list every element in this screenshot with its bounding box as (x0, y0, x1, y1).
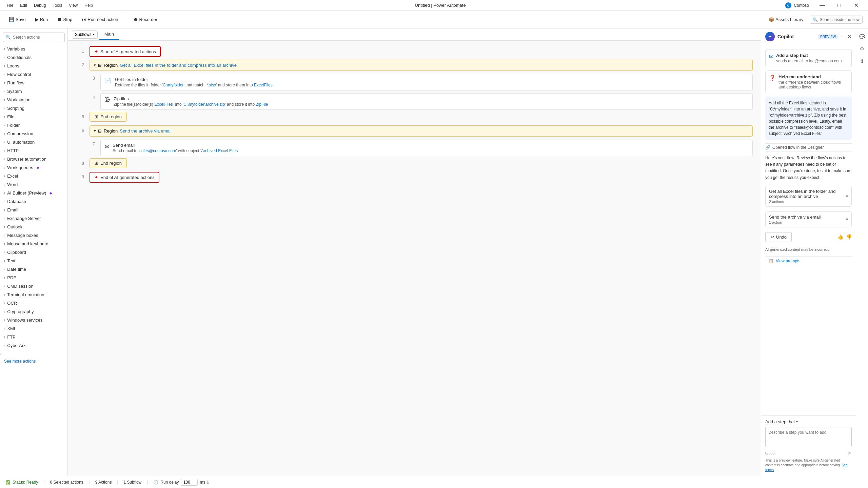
sidebar-item-variables[interactable]: › Variables (0, 45, 67, 53)
region-excel-header[interactable]: ▾ ⊞ Region Get all Excel files in the fo… (90, 60, 753, 71)
flow-section-excel[interactable]: Get all Excel files in the folder and co… (765, 186, 852, 207)
send-email-content: Send email Send email to 'sales@contoso.… (113, 143, 748, 153)
sidebar-item-date-time[interactable]: › Date time (0, 265, 67, 273)
search-icon: 🔍 (813, 17, 818, 22)
sidebar-item-ai-builder[interactable]: › AI Builder (Preview) ◆ (0, 189, 67, 197)
zip-files-action[interactable]: 🗜 Zip files Zip the file(s)/folder(s) Ex… (100, 93, 753, 110)
sidebar-item-message-boxes[interactable]: › Message boxes (0, 231, 67, 240)
sidebar-item-cryptography[interactable]: › Cryptography (0, 307, 67, 316)
sidebar-item-compression[interactable]: › Compression (0, 129, 67, 138)
main-tab[interactable]: Main (99, 29, 119, 40)
sidebar-item-loops[interactable]: › Loops (0, 62, 67, 70)
sidebar-item-xml[interactable]: › XML (0, 324, 67, 333)
sidebar-item-folder[interactable]: › Folder (0, 121, 67, 129)
sidebar-item-outlook[interactable]: › Outlook (0, 223, 67, 231)
copilot-close-button[interactable]: ✕ (847, 34, 852, 40)
maximize-button[interactable]: □ (831, 0, 847, 11)
sidebar-item-mouse-keyboard[interactable]: › Mouse and keyboard (0, 240, 67, 248)
status-bar: ✅ Status: Ready | 0 Selected actions | 9… (0, 476, 868, 488)
add-step-chevron-icon: ▾ (796, 420, 798, 424)
sidebar-item-excel[interactable]: › Excel (0, 172, 67, 180)
row-number-4: 4 (87, 93, 95, 100)
menu-help[interactable]: Help (82, 2, 96, 8)
sidebar-item-windows-services[interactable]: › Windows services (0, 316, 67, 324)
sidebar-item-pdf[interactable]: › PDF (0, 273, 67, 282)
menu-tools[interactable]: Tools (50, 2, 65, 8)
minimize-button[interactable]: — (814, 0, 830, 11)
recorder-button[interactable]: ⏺ Recorder (130, 15, 161, 24)
region-icon-email: ⊞ (98, 128, 102, 134)
var-excel-files: ExcelFiles (254, 83, 273, 87)
suggestion-add-step[interactable]: ✉ Add a step that sends an email to lee@… (765, 49, 852, 67)
sidebar-item-ftp[interactable]: › FTP (0, 333, 67, 341)
textarea-footer: 0/500 ➤ (765, 450, 852, 456)
email-icon: ✉ (105, 143, 109, 150)
add-step-dropdown[interactable]: Add a step that ▾ (765, 419, 852, 424)
ai-start-icon: ✦ (94, 49, 98, 54)
sidebar-item-run-flow[interactable]: › Run flow (0, 79, 67, 87)
sidebar-item-ui-automation[interactable]: › UI automation (0, 138, 67, 146)
sidebar-item-email[interactable]: › Email (0, 206, 67, 214)
search-actions-input[interactable] (13, 35, 64, 40)
copilot-more-button[interactable]: ··· (841, 34, 845, 39)
region-email-header[interactable]: ▾ ⊞ Region Send the archive via email (90, 125, 753, 137)
sidebar-item-cmd[interactable]: › CMD session (0, 282, 67, 290)
sidebar-search-box[interactable]: 🔍 (3, 33, 65, 42)
premium-icon: ◆ (37, 166, 39, 169)
copilot-describe-input[interactable] (765, 427, 852, 447)
assets-library-button[interactable]: 📦 Assets Library (765, 15, 807, 24)
assets-label: Assets Library (775, 17, 803, 22)
sidebar-item-browser-automation[interactable]: › Browser automation (0, 155, 67, 163)
delay-value-input[interactable] (181, 479, 198, 486)
flow-section-email-info: Send the archive via email 1 action (769, 215, 821, 224)
menu-file[interactable]: File (4, 2, 16, 8)
undo-button[interactable]: ↩ Undo (765, 232, 792, 242)
subflows-button[interactable]: Subflows ▾ (72, 30, 98, 39)
sidebar-item-workstation[interactable]: › Workstation (0, 96, 67, 104)
sidebar-item-ocr[interactable]: › OCR (0, 299, 67, 307)
send-email-action[interactable]: ✉ Send email Send email to 'sales@contos… (100, 140, 753, 156)
sidebar-item-label: FTP (7, 334, 16, 340)
side-icon-chat[interactable]: 💬 (857, 31, 868, 42)
menu-debug[interactable]: Debug (31, 2, 48, 8)
sidebar-item-http[interactable]: › HTTP (0, 146, 67, 155)
chevron-icon: › (4, 115, 5, 119)
sidebar-item-exchange-server[interactable]: › Exchange Server (0, 214, 67, 223)
next-action-button[interactable]: ⏭ Run next action (78, 15, 121, 24)
run-button[interactable]: ▶ Run (32, 15, 52, 24)
menu-edit[interactable]: Edit (17, 2, 30, 8)
suggestion-help-understand[interactable]: ❓ Help me understand the difference betw… (765, 70, 852, 93)
thumbs-down-icon[interactable]: 👎 (846, 234, 852, 240)
sidebar-item-conditionals[interactable]: › Conditionals (0, 53, 67, 62)
stop-button[interactable]: ⏹ Stop (54, 15, 76, 24)
save-icon: 💾 (9, 17, 14, 22)
save-button[interactable]: 💾 Save (5, 15, 29, 24)
menu-view[interactable]: View (66, 2, 80, 8)
sidebar-item-scripting[interactable]: › Scripting (0, 104, 67, 113)
sidebar-item-flow-control[interactable]: › Flow control (0, 70, 67, 79)
side-icon-settings[interactable]: ⚙ (857, 43, 868, 54)
stop-icon: ⏹ (58, 17, 62, 22)
send-button[interactable]: ➤ (847, 450, 852, 456)
sidebar-item-terminal[interactable]: › Terminal emulation (0, 290, 67, 299)
flow-opened-icon: 🔗 (765, 145, 770, 150)
suggestion-help-desc: the difference between cloud flows and d… (778, 80, 848, 89)
sidebar-item-cyberark[interactable]: › CyberArk (0, 341, 67, 350)
sidebar-item-system[interactable]: › System (0, 87, 67, 96)
close-button[interactable]: ✕ (848, 0, 864, 11)
sidebar-item-database[interactable]: › Database (0, 197, 67, 206)
see-more-actions-link[interactable]: See more actions (0, 358, 67, 365)
sidebar-item-work-queues[interactable]: › Work queues ◆ (0, 163, 67, 172)
sidebar-item-text[interactable]: › Text (0, 257, 67, 265)
flow-section-email[interactable]: Send the archive via email 1 action ▾ (765, 211, 852, 227)
sidebar-item-file[interactable]: › File (0, 113, 67, 121)
view-prompts-button[interactable]: 📋 View prompts (765, 256, 852, 265)
region-label-email: Region (104, 128, 118, 134)
thumbs-up-icon[interactable]: 👍 (837, 234, 843, 240)
next-action-label: Run next action (87, 17, 118, 22)
get-files-action[interactable]: 📄 Get files in folder Retrieve the files… (100, 74, 753, 90)
search-inside-flow[interactable]: 🔍 Search inside the flow (810, 16, 863, 24)
sidebar-item-word[interactable]: › Word (0, 180, 67, 189)
sidebar-item-clipboard[interactable]: › Clipboard (0, 248, 67, 257)
side-icon-info[interactable]: ℹ (857, 56, 868, 66)
